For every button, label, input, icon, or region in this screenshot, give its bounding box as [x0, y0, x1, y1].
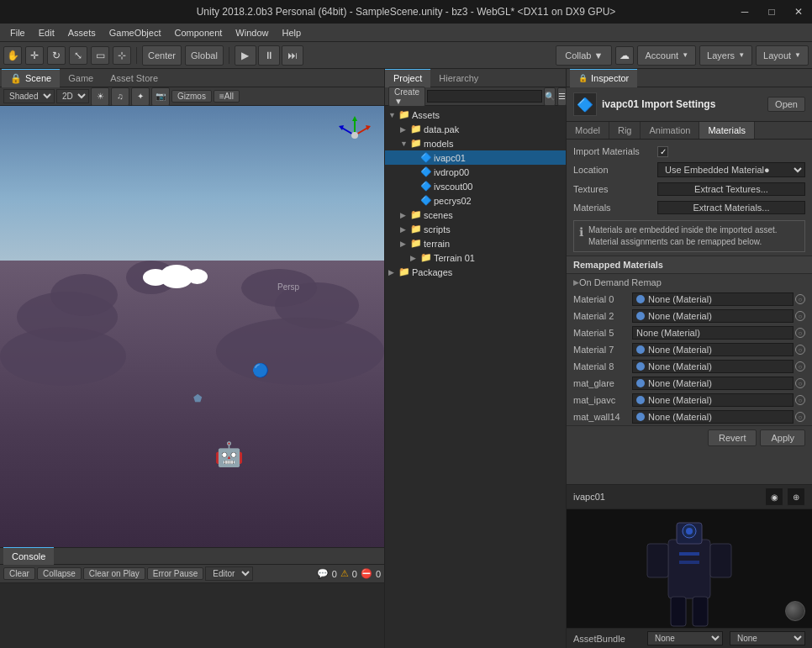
tree-item-pecrys02[interactable]: 🔷 pecrys02: [385, 193, 566, 208]
audio-icon[interactable]: ♫: [111, 87, 129, 106]
viewport[interactable]: 🔵 ⬟ 🤖 Persp: [0, 106, 384, 547]
menu-help[interactable]: Help: [275, 26, 308, 40]
menu-gameobject[interactable]: GameObject: [103, 26, 168, 40]
tree-item-ivapc01[interactable]: 🔷 ivapc01: [385, 150, 566, 165]
tab-project[interactable]: Project: [385, 69, 430, 87]
pause-button[interactable]: ⏸: [258, 45, 280, 66]
minimize-button[interactable]: ─: [731, 0, 758, 24]
preview-icon-2[interactable]: ⊕: [787, 487, 805, 506]
tree-item-assets[interactable]: ▼ 📁 Assets: [385, 108, 566, 122]
account-dropdown[interactable]: Account: [637, 45, 696, 66]
tree-item-terrain01[interactable]: ▶ 📁 Terrain 01: [385, 250, 566, 265]
center-button[interactable]: Center: [142, 45, 182, 66]
lighting-icon[interactable]: ☀: [91, 87, 109, 106]
project-search[interactable]: [427, 90, 542, 103]
close-button[interactable]: ✕: [785, 0, 812, 24]
layout-dropdown[interactable]: Layout: [756, 45, 809, 66]
preview-model-svg: [639, 509, 740, 628]
tab-inspector[interactable]: 🔒 Inspector: [570, 69, 637, 87]
dimension-select[interactable]: 2D: [56, 89, 89, 103]
shading-select[interactable]: Shaded: [3, 89, 55, 103]
tree-item-packages[interactable]: ▶ 📁 Packages: [385, 265, 566, 279]
tree-item-scenes[interactable]: ▶ 📁 scenes: [385, 208, 566, 222]
gizmos-button[interactable]: Gizmos: [171, 90, 212, 103]
clear-on-play-button[interactable]: Clear on Play: [83, 567, 145, 580]
import-materials-checkbox[interactable]: [657, 146, 668, 157]
extract-textures-button[interactable]: Extract Textures...: [657, 182, 805, 196]
all-button[interactable]: ≡All: [214, 90, 240, 103]
svg-rect-13: [679, 552, 699, 556]
mat-circle-5[interactable]: ○: [795, 328, 805, 338]
global-button[interactable]: Global: [185, 45, 224, 66]
menu-edit[interactable]: Edit: [32, 26, 61, 40]
mat-circle-7[interactable]: ○: [795, 345, 805, 355]
notice-box: ℹ Materials are embedded inside the impo…: [573, 220, 805, 252]
tab-game[interactable]: Game: [60, 69, 102, 87]
step-button[interactable]: ⏭: [282, 45, 303, 66]
material-row-8: Material 8 None (Material) ○: [567, 358, 812, 375]
persp-label: Persp: [277, 282, 299, 292]
camera-icon[interactable]: 📷: [151, 87, 170, 106]
tab-materials[interactable]: Materials: [699, 122, 755, 139]
tree-item-ivscout00[interactable]: 🔷 ivscout00: [385, 179, 566, 193]
rect-tool[interactable]: ▭: [91, 46, 109, 65]
preview-icon-1[interactable]: ◉: [765, 487, 783, 506]
toolbar: ✋ ✛ ↻ ⤡ ▭ ⊹ Center Global ▶ ⏸ ⏭ Collab ▼…: [0, 42, 812, 69]
assetbundle-select[interactable]: None: [647, 631, 723, 645]
cloud-button[interactable]: ☁: [615, 46, 634, 65]
tab-hierarchy[interactable]: Hierarchy: [430, 69, 487, 87]
mat-circle-wall14[interactable]: ○: [795, 412, 805, 422]
apply-button[interactable]: Apply: [760, 429, 805, 446]
mat-label-5: Material 5: [573, 328, 632, 338]
collab-button[interactable]: Collab ▼: [556, 45, 612, 66]
menu-assets[interactable]: Assets: [61, 26, 103, 40]
tab-rig[interactable]: Rig: [609, 122, 641, 139]
material-row-ipavc: mat_ipavc None (Material) ○: [567, 392, 812, 408]
error-pause-button[interactable]: Error Pause: [147, 567, 203, 580]
extract-materials-button[interactable]: Extract Materials...: [657, 201, 805, 214]
tree-item-ivdrop00[interactable]: 🔷 ivdrop00: [385, 165, 566, 179]
tab-console[interactable]: Console: [3, 547, 54, 566]
tab-scene[interactable]: 🔒 Scene: [2, 69, 60, 87]
collapse-button[interactable]: Collapse: [37, 567, 82, 580]
tree-item-models[interactable]: ▼ 📁 models: [385, 136, 566, 150]
rotate-tool[interactable]: ↻: [47, 46, 66, 65]
mat-field-7: None (Material): [632, 343, 794, 356]
assetbundle-variant-select[interactable]: None: [730, 631, 805, 645]
layers-dropdown[interactable]: Layers: [699, 45, 752, 66]
hand-tool[interactable]: ✋: [3, 46, 22, 65]
search-icon[interactable]: 🔍: [544, 87, 556, 106]
scale-tool[interactable]: ⤡: [69, 46, 87, 65]
editor-select[interactable]: Editor: [205, 566, 253, 581]
tree-item-scripts[interactable]: ▶ 📁 scripts: [385, 222, 566, 236]
location-select[interactable]: Use Embedded Material●: [657, 162, 805, 177]
move-tool[interactable]: ✛: [25, 46, 44, 65]
menu-window[interactable]: Window: [229, 26, 275, 40]
mat-circle-glare[interactable]: ○: [795, 378, 805, 388]
preview-sphere: [785, 601, 805, 621]
create-button[interactable]: Create ▼: [388, 87, 425, 107]
remapped-materials-header[interactable]: Remapped Materials: [567, 256, 812, 274]
msg-icon: 💬: [317, 568, 329, 579]
tab-model[interactable]: Model: [567, 122, 609, 139]
play-button[interactable]: ▶: [235, 45, 256, 66]
maximize-button[interactable]: □: [758, 0, 785, 24]
menu-component[interactable]: Component: [167, 26, 229, 40]
mat-circle-ipavc[interactable]: ○: [795, 395, 805, 405]
menu-file[interactable]: File: [3, 26, 32, 40]
tab-animation[interactable]: Animation: [641, 122, 699, 139]
revert-button[interactable]: Revert: [708, 429, 757, 446]
effects-icon[interactable]: ✦: [131, 87, 150, 106]
clear-button[interactable]: Clear: [3, 567, 35, 580]
open-button[interactable]: Open: [767, 97, 805, 112]
filter-icon[interactable]: ☰: [557, 87, 567, 106]
transform-tool[interactable]: ⊹: [113, 46, 131, 65]
tree-item-data-pak[interactable]: ▶ 📁 data.pak: [385, 122, 566, 136]
tree-item-terrain[interactable]: ▶ 📁 terrain: [385, 236, 566, 250]
tab-asset-store[interactable]: Asset Store: [102, 69, 166, 87]
mat-circle-2[interactable]: ○: [795, 311, 805, 321]
mat-dot-ipavc: [636, 396, 645, 404]
mat-circle-8[interactable]: ○: [795, 361, 805, 371]
mat-circle-0[interactable]: ○: [795, 294, 805, 304]
svg-point-6: [351, 132, 358, 139]
